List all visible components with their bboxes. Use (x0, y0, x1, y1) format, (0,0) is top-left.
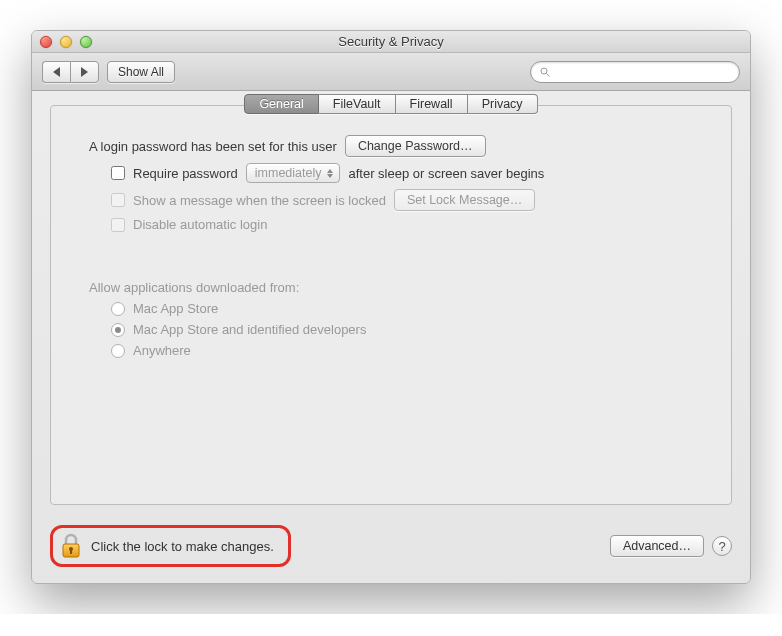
search-icon (539, 66, 551, 78)
traffic-lights (32, 36, 92, 48)
lock-icon (59, 532, 83, 560)
require-password-delay-select[interactable]: immediately (246, 163, 341, 183)
gatekeeper-option-identified: Mac App Store and identified developers (133, 322, 366, 337)
disable-auto-login-label: Disable automatic login (133, 217, 267, 232)
footer: Click the lock to make changes. Advanced… (32, 519, 750, 583)
gatekeeper-radio-anywhere (111, 344, 125, 358)
tab-firewall[interactable]: Firewall (396, 94, 468, 114)
close-icon[interactable] (40, 36, 52, 48)
require-password-delay-value: immediately (255, 166, 322, 180)
zoom-icon[interactable] (80, 36, 92, 48)
back-button[interactable] (42, 61, 70, 83)
chevron-left-icon (53, 67, 60, 77)
tab-general[interactable]: General (244, 94, 318, 114)
lock-text: Click the lock to make changes. (91, 539, 274, 554)
show-all-button[interactable]: Show All (107, 61, 175, 83)
gatekeeper-heading: Allow applications downloaded from: (89, 280, 299, 295)
show-message-label: Show a message when the screen is locked (133, 193, 386, 208)
advanced-button[interactable]: Advanced… (610, 535, 704, 557)
panel: General FileVault Firewall Privacy A log… (50, 105, 732, 505)
general-tab-body: A login password has been set for this u… (51, 125, 731, 384)
disable-auto-login-checkbox (111, 218, 125, 232)
set-lock-message-button: Set Lock Message… (394, 189, 535, 211)
require-password-checkbox[interactable] (111, 166, 125, 180)
chevron-right-icon (81, 67, 88, 77)
gatekeeper-option-mas: Mac App Store (133, 301, 218, 316)
tab-privacy[interactable]: Privacy (468, 94, 538, 114)
svg-rect-4 (70, 550, 72, 554)
minimize-icon[interactable] (60, 36, 72, 48)
tab-bar: General FileVault Firewall Privacy (51, 94, 731, 114)
show-message-checkbox (111, 193, 125, 207)
search-field[interactable] (530, 61, 740, 83)
nav-segment (42, 61, 99, 83)
preferences-window: Security & Privacy Show All General File… (31, 30, 751, 584)
stepper-arrows-icon (327, 169, 333, 178)
window-title: Security & Privacy (32, 34, 750, 49)
tab-filevault[interactable]: FileVault (319, 94, 396, 114)
forward-button[interactable] (70, 61, 99, 83)
gatekeeper-radio-mas (111, 302, 125, 316)
svg-point-0 (541, 68, 547, 74)
lock-callout[interactable]: Click the lock to make changes. (50, 525, 291, 567)
svg-line-1 (547, 73, 550, 76)
titlebar: Security & Privacy (32, 31, 750, 53)
require-password-suffix: after sleep or screen saver begins (348, 166, 544, 181)
gatekeeper-radio-identified (111, 323, 125, 337)
require-password-label: Require password (133, 166, 238, 181)
search-input[interactable] (555, 64, 731, 80)
toolbar: Show All (32, 53, 750, 91)
change-password-button[interactable]: Change Password… (345, 135, 486, 157)
password-set-text: A login password has been set for this u… (89, 139, 337, 154)
help-button[interactable]: ? (712, 536, 732, 556)
content-area: General FileVault Firewall Privacy A log… (32, 91, 750, 519)
gatekeeper-option-anywhere: Anywhere (133, 343, 191, 358)
